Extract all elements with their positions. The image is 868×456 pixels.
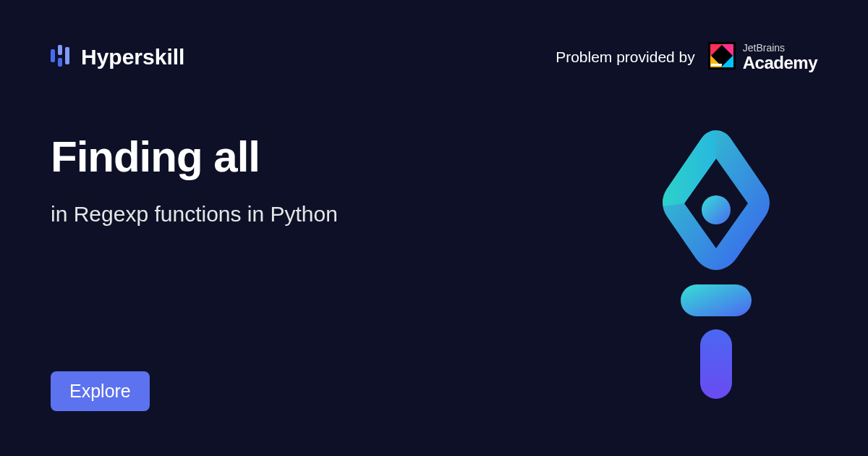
brand-name: Hyperskill	[81, 45, 184, 69]
provider: Problem provided by JetBrains Academy	[556, 42, 817, 72]
svg-point-10	[702, 195, 731, 224]
svg-rect-3	[65, 47, 69, 64]
svg-rect-2	[58, 58, 62, 67]
svg-rect-11	[681, 284, 752, 316]
partner-text: JetBrains Academy	[743, 43, 817, 72]
partner-big: Academy	[743, 54, 817, 72]
svg-rect-9	[711, 64, 722, 66]
main-content: Finding all in Regexp functions in Pytho…	[51, 132, 338, 227]
svg-rect-1	[58, 45, 62, 55]
header: Hyperskill Problem provided by JetBrains…	[0, 0, 868, 72]
svg-rect-0	[51, 49, 55, 62]
brand: Hyperskill	[51, 45, 184, 69]
svg-rect-12	[700, 329, 732, 399]
explore-button[interactable]: Explore	[51, 371, 150, 411]
provider-label: Problem provided by	[556, 48, 695, 66]
partner-badge: JetBrains Academy	[708, 42, 817, 72]
hyperskill-logo-icon	[51, 45, 72, 69]
page-title: Finding all	[51, 132, 338, 182]
partner-small: JetBrains	[743, 43, 817, 54]
page-subtitle: in Regexp functions in Python	[51, 202, 338, 227]
jetbrains-logo-icon	[708, 42, 736, 72]
decorative-graphic-icon	[644, 127, 788, 402]
